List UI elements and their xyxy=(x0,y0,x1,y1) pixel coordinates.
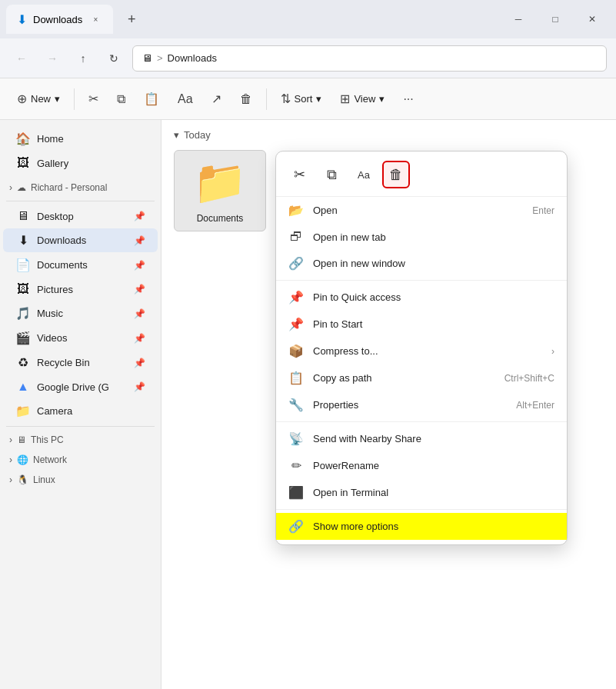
section-header: ▾ Today xyxy=(174,129,604,141)
cut-button[interactable]: ✂ xyxy=(81,87,106,111)
view-icon: ⊞ xyxy=(340,92,350,106)
cloud-label: Richard - Personal xyxy=(31,182,107,193)
camera-icon: 📁 xyxy=(15,404,31,418)
sidebar-item-downloads[interactable]: ⬇ Downloads 📌 xyxy=(3,228,158,252)
ctx-terminal-label: Open in Terminal xyxy=(313,487,388,498)
copy-button[interactable]: ⧉ xyxy=(109,88,133,111)
ctx-powerrename-label: PowerRename xyxy=(313,460,379,471)
sidebar-item-gdrive[interactable]: ▲ Google Drive (G 📌 xyxy=(3,375,158,398)
path-separator: > xyxy=(157,52,163,64)
ctx-open-label: Open xyxy=(313,205,338,216)
ctx-sep-3 xyxy=(276,509,567,510)
more-button[interactable]: ··· xyxy=(395,88,421,111)
sidebar-item-desktop[interactable]: 🖥 Desktop 📌 xyxy=(3,205,158,228)
ctx-compress[interactable]: 📦 Compress to... › xyxy=(276,338,567,364)
rename-button[interactable]: Aa xyxy=(170,88,201,111)
ctx-delete-icon: 🗑 xyxy=(389,167,403,183)
sidebar-item-documents[interactable]: 📄 Documents 📌 xyxy=(3,253,158,277)
thispc-label: This PC xyxy=(31,434,64,445)
pictures-label: Pictures xyxy=(37,284,73,295)
monitor-icon: 🖥 xyxy=(142,52,152,64)
ctx-open-new-window[interactable]: 🔗 Open in new window xyxy=(276,250,567,277)
pin-icon-gdrive: 📌 xyxy=(134,381,145,392)
ctx-properties-label: Properties xyxy=(313,399,358,411)
address-path[interactable]: 🖥 > Downloads xyxy=(132,45,607,72)
ctx-copy-path-icon: 📋 xyxy=(288,371,304,385)
music-icon: 🎵 xyxy=(15,306,31,321)
paste-button[interactable]: 📋 xyxy=(136,87,167,111)
toolbar-divider-2 xyxy=(266,88,267,110)
pin-icon-desktop: 📌 xyxy=(134,211,145,221)
new-button[interactable]: ⊕ New ▾ xyxy=(9,87,68,111)
minimize-button[interactable]: ─ xyxy=(501,7,536,32)
sidebar-cloud-section: › ☁ Richard - Personal xyxy=(0,178,161,198)
forward-button[interactable]: → xyxy=(40,46,65,71)
ctx-copy-path[interactable]: 📋 Copy as path Ctrl+Shift+C xyxy=(276,364,567,391)
close-button[interactable]: ✕ xyxy=(574,7,610,32)
sidebar-item-camera[interactable]: 📁 Camera xyxy=(3,399,158,423)
network-expand-icon: › xyxy=(9,454,12,465)
pin-icon-pictures: 📌 xyxy=(134,284,145,295)
documents-folder[interactable]: 📁 Documents xyxy=(174,150,266,231)
ctx-pin-quick[interactable]: 📌 Pin to Quick access xyxy=(276,284,567,311)
ctx-open-win-label: Open in new window xyxy=(313,258,405,269)
ctx-terminal[interactable]: ⬛ Open in Terminal xyxy=(276,479,567,506)
delete-button[interactable]: 🗑 xyxy=(232,88,260,111)
sidebar-linux-header[interactable]: › 🐧 Linux xyxy=(0,470,161,490)
ctx-properties[interactable]: 🔧 Properties Alt+Enter xyxy=(276,391,567,418)
view-button[interactable]: ⊞ View ▾ xyxy=(332,87,392,111)
back-button[interactable]: ← xyxy=(9,46,34,71)
tab-close-button[interactable]: × xyxy=(88,12,102,26)
content-area: ▾ Today 📁 Documents ✂ ⧉ xyxy=(161,120,616,689)
sidebar-item-home[interactable]: 🏠 Home xyxy=(3,127,158,151)
gallery-label: Gallery xyxy=(37,158,68,169)
sidebar-item-videos[interactable]: 🎬 Videos 📌 xyxy=(3,326,158,350)
new-tab-button[interactable]: + xyxy=(119,7,144,32)
ctx-delete-button[interactable]: 🗑 xyxy=(382,161,410,188)
ctx-open[interactable]: 📂 Open Enter xyxy=(276,197,567,224)
sidebar-item-recycle[interactable]: ♻ Recycle Bin 📌 xyxy=(3,351,158,374)
network-label: Network xyxy=(33,454,67,465)
ctx-nearby-share[interactable]: 📡 Send with Nearby Share xyxy=(276,425,567,452)
ctx-open-new-tab[interactable]: 🗗 Open in new tab xyxy=(276,224,567,250)
toolbar-divider-1 xyxy=(74,88,75,110)
desktop-label: Desktop xyxy=(37,211,74,222)
ctx-pin-start-label: Pin to Start xyxy=(313,318,362,330)
sidebar-network-header[interactable]: › 🌐 Network xyxy=(0,450,161,470)
up-button[interactable]: ↑ xyxy=(71,46,95,71)
ctx-pin-start[interactable]: 📌 Pin to Start xyxy=(276,311,567,338)
camera-label: Camera xyxy=(37,405,72,417)
ctx-powerrename[interactable]: ✏ PowerRename xyxy=(276,452,567,479)
context-menu-toolbar: ✂ ⧉ Aa 🗑 xyxy=(276,156,567,197)
address-bar: ← → ↑ ↻ 🖥 > Downloads xyxy=(0,38,616,78)
ctx-copy-icon: ⧉ xyxy=(327,167,337,183)
toolbar: ⊕ New ▾ ✂ ⧉ 📋 Aa ↗ 🗑 ⇅ Sort ▾ ⊞ View ▾ ·… xyxy=(0,78,616,120)
sidebar-item-pictures[interactable]: 🖼 Pictures 📌 xyxy=(3,278,158,301)
downloads-tab[interactable]: ⬇ Downloads × xyxy=(6,5,113,34)
rename-icon: Aa xyxy=(178,92,193,106)
share-button[interactable]: ↗ xyxy=(204,87,229,111)
section-chevron: ▾ xyxy=(174,129,179,141)
ctx-rename-button[interactable]: Aa xyxy=(350,161,378,188)
ctx-properties-shortcut: Alt+Enter xyxy=(516,400,554,411)
recycle-label: Recycle Bin xyxy=(37,357,90,368)
ctx-copy-button[interactable]: ⧉ xyxy=(318,161,345,188)
sidebar-item-music[interactable]: 🎵 Music 📌 xyxy=(3,301,158,325)
ctx-cut-button[interactable]: ✂ xyxy=(285,161,313,188)
sidebar-item-gallery[interactable]: 🖼 Gallery xyxy=(3,151,158,175)
refresh-button[interactable]: ↻ xyxy=(102,46,126,71)
maximize-button[interactable]: □ xyxy=(538,7,573,32)
ctx-pin-start-icon: 📌 xyxy=(288,317,304,331)
sidebar-thispc-header[interactable]: › 🖥 This PC xyxy=(0,430,161,450)
ctx-open-shortcut: Enter xyxy=(532,205,554,216)
ctx-cut-icon: ✂ xyxy=(294,166,305,183)
sidebar-cloud-header[interactable]: › ☁ Richard - Personal xyxy=(0,178,161,198)
ctx-properties-icon: 🔧 xyxy=(288,398,304,412)
sort-button[interactable]: ⇅ Sort ▾ xyxy=(273,87,330,111)
ctx-rename-icon: Aa xyxy=(358,169,370,181)
folder-icon: 📁 xyxy=(181,157,259,208)
ctx-show-more[interactable]: 🔗 Show more options xyxy=(276,513,567,540)
ctx-open-icon: 📂 xyxy=(288,203,304,218)
main-area: 🏠 Home 🖼 Gallery › ☁ Richard - Personal … xyxy=(0,120,616,689)
thispc-icon: 🖥 xyxy=(17,434,26,445)
